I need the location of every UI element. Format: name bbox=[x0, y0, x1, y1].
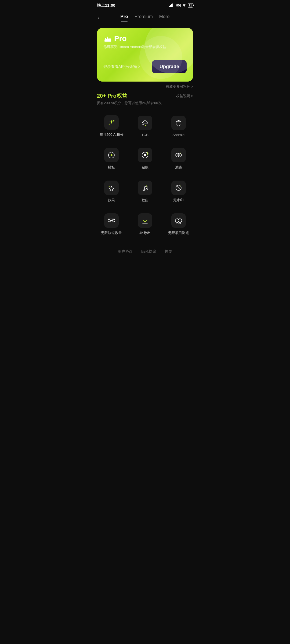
nowatermark-icon bbox=[175, 184, 182, 192]
feature-label-tracks: 无限轨道数量 bbox=[101, 230, 122, 235]
back-button[interactable]: ← bbox=[97, 15, 102, 21]
ai-credits-link[interactable]: 获取更多AI积分 > bbox=[166, 84, 193, 89]
svg-rect-2 bbox=[171, 4, 172, 7]
svg-point-14 bbox=[144, 154, 146, 156]
feature-icon-nowatermark bbox=[171, 181, 186, 195]
footer: 用户协议 隐私协议 恢复 bbox=[93, 243, 197, 263]
footer-user-agreement[interactable]: 用户协议 bbox=[118, 249, 133, 254]
feature-effect: 效果 bbox=[95, 175, 128, 208]
template-icon bbox=[108, 151, 115, 159]
crown-icon bbox=[103, 35, 112, 42]
feature-label-4k: 4K导出 bbox=[139, 230, 151, 235]
feature-icon-music bbox=[138, 181, 152, 195]
feature-label-projects: 无限项目浏览 bbox=[168, 230, 189, 235]
sticker-icon bbox=[141, 151, 149, 159]
tab-more[interactable]: More bbox=[159, 14, 170, 21]
feature-label-android: Android bbox=[172, 133, 184, 137]
export-4k-icon bbox=[141, 217, 149, 224]
signal-icon bbox=[169, 3, 174, 7]
ai-credits-row: 获取更多AI积分 > bbox=[93, 82, 197, 90]
feature-icon-android bbox=[171, 116, 186, 130]
footer-restore[interactable]: 恢复 bbox=[165, 249, 172, 254]
status-time: 晚上11:00 bbox=[97, 3, 115, 8]
svg-point-17 bbox=[143, 189, 145, 191]
projects-icon bbox=[174, 217, 183, 224]
feature-template: 模板 bbox=[95, 142, 128, 175]
svg-rect-3 bbox=[172, 3, 173, 7]
feature-android: Android bbox=[162, 110, 195, 142]
feature-grid: 每月200 AI积分 1GB Android bbox=[93, 110, 197, 241]
svg-rect-10 bbox=[178, 120, 179, 121]
feature-icon-effect bbox=[104, 181, 119, 195]
svg-rect-4 bbox=[104, 41, 111, 42]
ai-sparkle-icon bbox=[108, 119, 115, 126]
svg-point-18 bbox=[146, 188, 147, 190]
feature-music: 歌曲 bbox=[128, 175, 162, 208]
benefits-title: 20+ Pro权益 bbox=[97, 92, 127, 100]
cloud-icon bbox=[141, 119, 149, 127]
feature-4k-export: 4K导出 bbox=[128, 208, 162, 241]
feature-label-template: 模板 bbox=[108, 165, 115, 170]
login-link[interactable]: 登录查看AI积分余额 > bbox=[103, 64, 140, 69]
feature-tracks: 无限轨道数量 bbox=[95, 208, 128, 241]
feature-projects: 无限项目浏览 bbox=[162, 208, 195, 241]
status-bar: 晚上11:00 HD 21 bbox=[93, 0, 197, 10]
card-bg-circle-2 bbox=[139, 36, 182, 79]
feature-label-filter: 滤镜 bbox=[175, 165, 182, 170]
benefits-description: 拥有200 AI积分，您可以使用AI功能200次 bbox=[93, 100, 197, 110]
feature-label-music: 歌曲 bbox=[142, 198, 148, 203]
status-icons: HD 21 bbox=[169, 3, 193, 8]
feature-label-nowatermark: 无水印 bbox=[173, 198, 184, 203]
svg-rect-5 bbox=[176, 121, 181, 125]
effect-icon bbox=[108, 184, 115, 192]
feature-sticker: 贴纸 bbox=[128, 142, 162, 175]
feature-label-ai: 每月200 AI积分 bbox=[100, 132, 124, 137]
android-icon bbox=[176, 119, 182, 127]
header: ← Pro Premium More bbox=[93, 10, 197, 24]
feature-filter: 滤镜 bbox=[162, 142, 195, 175]
tab-premium[interactable]: Premium bbox=[135, 14, 153, 21]
tab-pro[interactable]: Pro bbox=[120, 14, 128, 21]
filter-icon bbox=[175, 151, 182, 159]
pro-card: Pro 你可享受Filmora Android端全部会员权益 登录查看AI积分余… bbox=[97, 28, 193, 82]
svg-rect-0 bbox=[169, 6, 170, 7]
hd-badge: HD bbox=[175, 4, 180, 7]
music-icon bbox=[141, 184, 149, 192]
feature-label-sticker: 贴纸 bbox=[142, 165, 148, 170]
tab-bar: Pro Premium More bbox=[97, 14, 193, 21]
svg-rect-1 bbox=[170, 5, 171, 7]
feature-icon-sticker bbox=[138, 148, 152, 162]
footer-privacy[interactable]: 隐私协议 bbox=[141, 249, 156, 254]
battery-icon: 21 bbox=[188, 3, 193, 8]
feature-nowatermark: 无水印 bbox=[162, 175, 195, 208]
feature-icon-filter bbox=[171, 148, 186, 162]
svg-point-25 bbox=[178, 219, 182, 222]
feature-label-effect: 效果 bbox=[108, 198, 115, 203]
svg-marker-12 bbox=[111, 154, 113, 156]
benefits-header: 20+ Pro权益 权益说明 > bbox=[93, 90, 197, 100]
wifi-icon bbox=[182, 3, 187, 7]
feature-icon-projects bbox=[171, 213, 186, 228]
feature-icon-template bbox=[104, 148, 119, 162]
benefits-explain-link[interactable]: 权益说明 > bbox=[176, 94, 193, 98]
feature-icon-tracks bbox=[104, 213, 119, 228]
feature-label-1gb: 1GB bbox=[142, 133, 148, 137]
feature-icon-ai bbox=[104, 115, 119, 130]
tracks-icon bbox=[107, 217, 116, 224]
feature-icon-4k bbox=[138, 213, 152, 228]
pro-title: Pro bbox=[114, 34, 127, 43]
feature-ai-credits: 每月200 AI积分 bbox=[95, 110, 128, 142]
feature-1gb: 1GB bbox=[128, 110, 162, 142]
feature-icon-cloud bbox=[138, 116, 152, 130]
